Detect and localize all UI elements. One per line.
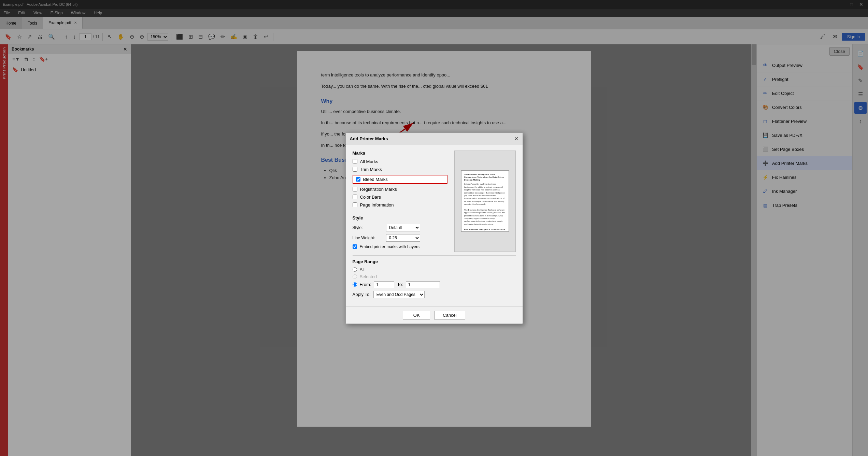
dialog-footer: OK Cancel: [346, 307, 523, 324]
apply-to-label: Apply To:: [353, 292, 371, 297]
dialog-close-button[interactable]: ✕: [514, 136, 518, 142]
page-info-label: Page Information: [360, 202, 394, 208]
from-label: From:: [360, 282, 371, 287]
radio-selected-row: Selected: [353, 274, 516, 279]
dialog-columns: Marks All Marks Trim Marks Bleed Mark: [353, 151, 516, 252]
from-to-row: From: To:: [353, 281, 516, 288]
trim-marks-row: Trim Marks: [353, 167, 447, 172]
style-field-label: Style:: [353, 225, 383, 230]
bleed-marks-label: Bleed Marks: [363, 177, 388, 182]
embed-row: Embed printer marks with Layers: [353, 244, 447, 249]
radio-all-row: All: [353, 267, 516, 272]
color-bars-row: Color Bars: [353, 195, 447, 200]
radio-selected[interactable]: [353, 274, 357, 279]
all-marks-row: All Marks: [353, 159, 447, 164]
registration-marks-label: Registration Marks: [360, 187, 397, 192]
style-row: Style: Default InDesign QuarkXPress: [353, 224, 447, 231]
line-weight-field-label: Line Weight:: [353, 236, 383, 240]
line-weight-select[interactable]: 0.25 0.50 1.00: [386, 234, 420, 242]
all-marks-checkbox[interactable]: [353, 159, 357, 164]
style-section-label: Style: [353, 215, 447, 220]
dialog-title: Add Printer Marks: [350, 136, 388, 141]
from-input[interactable]: [374, 281, 394, 288]
style-select[interactable]: Default InDesign QuarkXPress: [386, 224, 420, 231]
radio-all-label: All: [360, 267, 365, 272]
radio-from[interactable]: [353, 282, 357, 287]
apply-row: Apply To: Even and Odd Pages Even Pages …: [353, 291, 516, 298]
trim-marks-label: Trim Marks: [360, 167, 382, 172]
dialog-title-bar: Add Printer Marks ✕: [346, 133, 523, 145]
add-printer-marks-dialog: Add Printer Marks ✕ Marks All Marks Trim…: [345, 132, 523, 324]
registration-marks-row: Registration Marks: [353, 187, 447, 192]
embed-label: Embed printer marks with Layers: [360, 244, 419, 249]
line-weight-row: Line Weight: 0.25 0.50 1.00: [353, 234, 447, 242]
bleed-marks-row: Bleed Marks: [353, 175, 447, 184]
modal-overlay: Add Printer Marks ✕ Marks All Marks Trim…: [0, 0, 868, 456]
cancel-button[interactable]: Cancel: [434, 311, 465, 319]
dialog-body: Marks All Marks Trim Marks Bleed Mark: [346, 145, 523, 307]
embed-checkbox[interactable]: [353, 244, 357, 249]
dialog-left-col: Marks All Marks Trim Marks Bleed Mark: [353, 151, 447, 252]
bleed-marks-checkbox[interactable]: [356, 177, 360, 182]
to-input[interactable]: [406, 281, 440, 288]
page-range-section-label: Page Range: [353, 259, 516, 264]
radio-selected-label: Selected: [360, 274, 377, 279]
registration-marks-checkbox[interactable]: [353, 187, 357, 191]
ok-button[interactable]: OK: [403, 311, 430, 319]
dialog-preview-col: The Business Intelligence Tools Comparis…: [454, 151, 516, 252]
dialog-divider-2: [353, 255, 516, 256]
style-section: Style Style: Default InDesign QuarkXPres…: [353, 215, 447, 249]
color-bars-checkbox[interactable]: [353, 195, 357, 199]
to-label: To:: [397, 282, 403, 287]
page-info-row: Page Information: [353, 202, 447, 208]
page-info-checkbox[interactable]: [353, 202, 357, 207]
preview-title: The Business Intelligence Tools Comparis…: [464, 173, 506, 181]
preview-footer: Best Business Intelligence Tools For 202…: [464, 228, 506, 232]
radio-all[interactable]: [353, 267, 357, 272]
all-marks-label: All Marks: [360, 159, 378, 164]
color-bars-label: Color Bars: [360, 195, 381, 200]
print-marks-preview: The Business Intelligence Tools Comparis…: [461, 170, 509, 232]
marks-section-label: Marks: [353, 151, 447, 156]
dialog-divider-1: [353, 211, 447, 211]
apply-to-select[interactable]: Even and Odd Pages Even Pages Only Odd P…: [373, 291, 425, 298]
preview-body: In today's rapidly evolving business lan…: [464, 183, 506, 226]
trim-marks-checkbox[interactable]: [353, 167, 357, 172]
